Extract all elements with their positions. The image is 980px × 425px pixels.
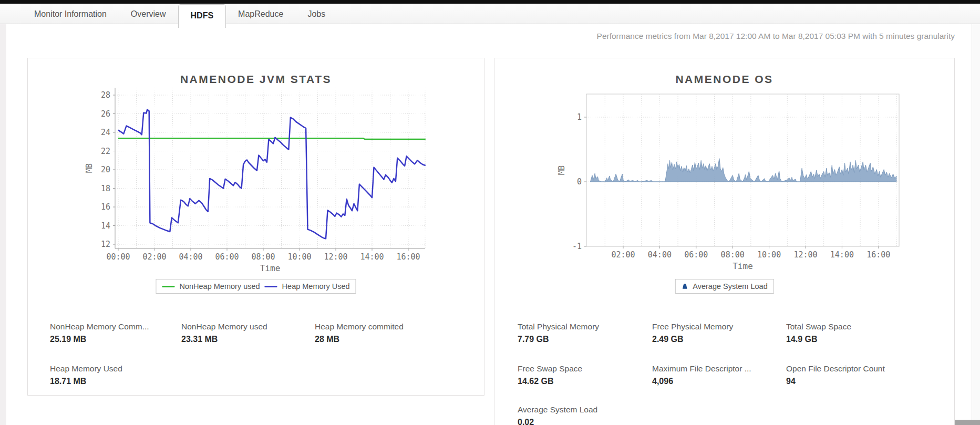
svg-text:16:00: 16:00 <box>866 250 890 260</box>
svg-text:26: 26 <box>101 109 110 119</box>
performance-metrics-range-text: Performance metrics from Mar 8,2017 12:0… <box>597 32 955 41</box>
tab-monitor-information[interactable]: Monitor Information <box>22 4 119 24</box>
svg-text:-1: -1 <box>572 242 582 251</box>
stat-free-physical-memory: Free Physical Memory 2.49 GB <box>652 322 778 344</box>
svg-text:18: 18 <box>101 184 110 193</box>
stat-heap-memory-used: Heap Memory Used 18.71 MB <box>50 364 176 386</box>
stat-label: Maximum File Descriptor ... <box>652 364 778 374</box>
svg-text:14:00: 14:00 <box>830 250 854 260</box>
svg-text:14:00: 14:00 <box>360 252 384 262</box>
stat-label: Total Swap Space <box>786 322 912 331</box>
namenode-jvm-stats-card: NAMENODE JVM STATS 28262422201816141200:… <box>27 58 484 396</box>
svg-text:10:00: 10:00 <box>287 252 311 262</box>
stat-open-file-descriptor-count: Open File Descriptor Count 94 <box>786 364 912 386</box>
svg-text:MB: MB <box>85 163 94 173</box>
tab-hdfs[interactable]: HDFS <box>178 4 226 28</box>
namenode-os-card: NAMENODE OS 10-102:0004:0006:0008:0010:0… <box>494 58 955 425</box>
tab-jobs[interactable]: Jobs <box>295 4 337 24</box>
stat-max-file-descriptor: Maximum File Descriptor ... 4,096 <box>652 364 778 386</box>
vertical-scrollbar-track[interactable] <box>972 24 980 425</box>
stat-average-system-load: Average System Load 0.02 <box>518 405 644 425</box>
svg-text:06:00: 06:00 <box>215 252 239 262</box>
tab-bar: Monitor Information Overview HDFS MapRed… <box>0 4 980 24</box>
svg-text:08:00: 08:00 <box>721 250 745 260</box>
stat-label: NonHeap Memory Comm... <box>50 322 176 331</box>
os-chart-legend: Average System Load <box>675 279 773 294</box>
stat-label: Total Physical Memory <box>518 322 644 331</box>
svg-text:20: 20 <box>101 165 110 174</box>
heap-series-swatch <box>265 286 277 287</box>
tab-overview[interactable]: Overview <box>119 4 178 24</box>
stat-label: Heap Memory commited <box>315 322 441 331</box>
stat-nonheap-memory-committed: NonHeap Memory Comm... 25.19 MB <box>50 322 176 344</box>
svg-text:10:00: 10:00 <box>757 250 781 260</box>
svg-text:16:00: 16:00 <box>396 252 420 262</box>
stat-free-swap-space: Free Swap Space 14.62 GB <box>518 364 644 386</box>
svg-text:02:00: 02:00 <box>611 250 635 260</box>
svg-text:12: 12 <box>101 240 110 249</box>
svg-text:Time: Time <box>733 261 753 271</box>
svg-text:0: 0 <box>577 177 582 186</box>
svg-text:08:00: 08:00 <box>251 252 275 262</box>
stat-nonheap-memory-used: NonHeap Memory used 23.31 MB <box>181 322 307 344</box>
stat-value: 25.19 MB <box>50 335 176 344</box>
stat-label: NonHeap Memory used <box>181 322 307 331</box>
stat-heap-memory-committed: Heap Memory commited 28 MB <box>315 322 441 344</box>
stat-value: 14.62 GB <box>518 377 644 386</box>
left-gutter <box>0 24 6 425</box>
stat-value: 7.79 GB <box>518 335 644 344</box>
stat-value: 14.9 GB <box>786 335 912 344</box>
stat-total-swap-space: Total Swap Space 14.9 GB <box>786 322 912 344</box>
stat-label: Free Physical Memory <box>652 322 778 331</box>
top-black-bar <box>0 0 980 4</box>
svg-text:00:00: 00:00 <box>106 252 130 262</box>
svg-text:24: 24 <box>101 128 110 137</box>
stat-value: 23.31 MB <box>181 335 307 344</box>
stat-value: 94 <box>786 377 912 386</box>
svg-text:04:00: 04:00 <box>648 250 672 260</box>
tab-mapreduce[interactable]: MapReduce <box>226 4 295 24</box>
stat-value: 18.71 MB <box>50 377 176 386</box>
svg-text:Time: Time <box>260 263 281 273</box>
avg-system-load-legend-label: Average System Load <box>693 282 767 291</box>
svg-text:28: 28 <box>101 90 110 100</box>
stat-label: Open File Descriptor Count <box>786 364 912 374</box>
stat-value: 28 MB <box>315 335 441 344</box>
svg-text:12:00: 12:00 <box>324 252 347 262</box>
svg-text:16: 16 <box>101 202 110 212</box>
stat-label: Free Swap Space <box>518 364 644 374</box>
svg-text:14: 14 <box>101 221 110 231</box>
svg-text:MB: MB <box>557 165 566 175</box>
jvm-chart-legend: NonHeap Memory used Heap Memory Used <box>156 279 356 294</box>
stat-value: 2.49 GB <box>652 335 778 344</box>
stat-label: Average System Load <box>518 405 644 414</box>
svg-text:06:00: 06:00 <box>684 250 708 260</box>
stat-label: Heap Memory Used <box>50 364 176 374</box>
nonheap-series-swatch <box>162 286 174 287</box>
svg-text:22: 22 <box>101 147 110 156</box>
stat-value: 4,096 <box>652 377 778 386</box>
stat-total-physical-memory: Total Physical Memory 7.79 GB <box>518 322 644 344</box>
svg-text:12:00: 12:00 <box>793 250 817 260</box>
svg-text:02:00: 02:00 <box>142 252 166 262</box>
stat-value: 0.02 <box>518 418 644 425</box>
nonheap-legend-label: NonHeap Memory used <box>179 282 260 291</box>
heap-legend-label: Heap Memory Used <box>282 282 350 291</box>
svg-text:04:00: 04:00 <box>179 252 202 262</box>
area-series-icon <box>681 283 688 290</box>
dashboard-page: Monitor Information Overview HDFS MapRed… <box>0 0 980 425</box>
svg-text:1: 1 <box>577 112 582 122</box>
